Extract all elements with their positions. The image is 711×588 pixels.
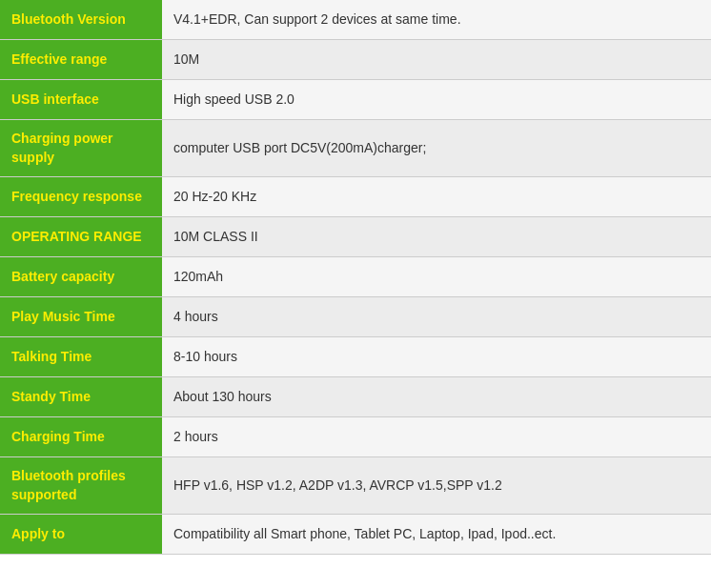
table-row: Play Music Time4 hours bbox=[0, 297, 711, 337]
table-row: Apply toCompatibility all Smart phone, T… bbox=[0, 515, 711, 555]
spec-value: About 130 hours bbox=[162, 377, 711, 417]
spec-value: 4 hours bbox=[162, 297, 711, 337]
spec-value: 10M bbox=[162, 40, 711, 80]
spec-label: Play Music Time bbox=[0, 297, 162, 337]
spec-value: 20 Hz-20 KHz bbox=[162, 177, 711, 217]
spec-value: computer USB port DC5V(200mA)charger; bbox=[162, 120, 711, 177]
spec-label: Charging power supply bbox=[0, 120, 162, 177]
spec-label: USB interface bbox=[0, 80, 162, 120]
spec-value: 8-10 hours bbox=[162, 337, 711, 377]
spec-label: Charging Time bbox=[0, 417, 162, 457]
table-row: Frequency response20 Hz-20 KHz bbox=[0, 177, 711, 217]
table-row: OPERATING RANGE10M CLASS II bbox=[0, 217, 711, 257]
spec-label: Battery capacity bbox=[0, 257, 162, 297]
spec-value: V4.1+EDR, Can support 2 devices at same … bbox=[162, 0, 711, 40]
table-row: Bluetooth VersionV4.1+EDR, Can support 2… bbox=[0, 0, 711, 40]
spec-value: HFP v1.6, HSP v1.2, A2DP v1.3, AVRCP v1.… bbox=[162, 457, 711, 515]
spec-value: Compatibility all Smart phone, Tablet PC… bbox=[162, 515, 711, 555]
table-row: Charging Time2 hours bbox=[0, 417, 711, 457]
spec-label: Effective range bbox=[0, 40, 162, 80]
spec-label: Apply to bbox=[0, 515, 162, 555]
table-row: Battery capacity120mAh bbox=[0, 257, 711, 297]
spec-value: 10M CLASS II bbox=[162, 217, 711, 257]
table-row: Bluetooth profiles supportedHFP v1.6, HS… bbox=[0, 457, 711, 515]
spec-label: Bluetooth profiles supported bbox=[0, 457, 162, 515]
spec-label: Bluetooth Version bbox=[0, 0, 162, 40]
spec-value: 2 hours bbox=[162, 417, 711, 457]
table-row: Effective range10M bbox=[0, 40, 711, 80]
spec-table: Bluetooth VersionV4.1+EDR, Can support 2… bbox=[0, 0, 711, 555]
table-row: Charging power supplycomputer USB port D… bbox=[0, 120, 711, 177]
table-row: Standy TimeAbout 130 hours bbox=[0, 377, 711, 417]
table-row: Talking Time8-10 hours bbox=[0, 337, 711, 377]
spec-label: Talking Time bbox=[0, 337, 162, 377]
table-row: USB interfaceHigh speed USB 2.0 bbox=[0, 80, 711, 120]
spec-label: OPERATING RANGE bbox=[0, 217, 162, 257]
spec-label: Frequency response bbox=[0, 177, 162, 217]
spec-value: High speed USB 2.0 bbox=[162, 80, 711, 120]
spec-value: 120mAh bbox=[162, 257, 711, 297]
spec-label: Standy Time bbox=[0, 377, 162, 417]
